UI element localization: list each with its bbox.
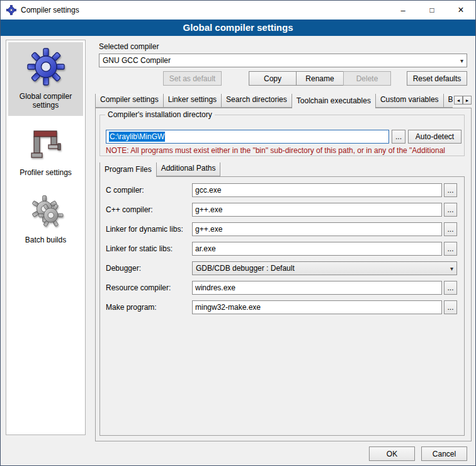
resource-compiler-label: Resource compiler: (106, 283, 171, 292)
resource-compiler-input[interactable] (192, 281, 442, 295)
cpp-compiler-browse-button[interactable]: ... (444, 203, 457, 217)
tab-additional-paths[interactable]: Additional Paths (156, 162, 221, 176)
titlebar: Compiler settings – □ × (1, 1, 475, 20)
tab-scroll-right-icon[interactable]: ► (463, 96, 472, 105)
c-compiler-label: C compiler: (106, 186, 144, 195)
cpp-compiler-label: C++ compiler: (106, 205, 153, 214)
window-controls: – □ × (388, 1, 475, 20)
compiler-settings-dialog: Compiler settings – □ × Global compiler … (0, 0, 476, 466)
installation-directory-groupbox: Compiler's installation directory C:\ray… (99, 115, 465, 156)
linker-dynamic-label: Linker for dynamic libs: (106, 225, 183, 234)
bin-subdirectory-note: NOTE: All programs must exist either in … (106, 146, 463, 155)
selected-compiler-label: Selected compiler (99, 42, 159, 51)
c-compiler-input[interactable] (192, 183, 442, 197)
selected-compiler-dropdown[interactable]: GNU GCC Compiler ▾ (99, 54, 467, 67)
chevron-down-icon: ▾ (446, 265, 453, 272)
tab-linker-settings[interactable]: Linker settings (163, 94, 222, 108)
tab-scroll-left-icon[interactable]: ◄ (454, 96, 463, 105)
debugger-label: Debugger: (106, 264, 141, 273)
tab-compiler-settings[interactable]: Compiler settings (95, 94, 164, 108)
minimize-button[interactable]: – (388, 1, 417, 20)
window-title: Compiler settings (21, 6, 79, 14)
tab-custom-variables[interactable]: Custom variables (375, 94, 444, 108)
tab-search-directories[interactable]: Search directories (221, 94, 292, 108)
auto-detect-button[interactable]: Auto-detect (408, 130, 462, 144)
blue-gear-icon (27, 48, 65, 88)
install-dir-browse-button[interactable]: ... (392, 130, 405, 144)
selected-compiler-value: GNU GCC Compiler (103, 56, 171, 65)
make-program-label: Make program: (106, 303, 157, 312)
set-as-default-button[interactable]: Set as default (163, 71, 222, 86)
dialog-header-title: Global compiler settings (1, 20, 475, 36)
copy-button[interactable]: Copy (249, 71, 297, 86)
ok-button[interactable]: OK (369, 446, 415, 461)
sidebar-item-label: Global compiler settings (9, 92, 82, 110)
make-program-input[interactable] (192, 300, 442, 314)
installation-directory-legend: Compiler's installation directory (105, 110, 215, 119)
debugger-dropdown[interactable]: GDB/CDB debugger : Default ▾ (192, 261, 457, 275)
tab-toolchain-executables[interactable]: Toolchain executables (292, 94, 376, 108)
compiler-tabs: Compiler settings Linker settings Search… (95, 94, 453, 108)
sidebar-item-label: Batch builds (25, 236, 66, 244)
linker-dynamic-browse-button[interactable]: ... (444, 222, 457, 236)
close-button[interactable]: × (446, 1, 475, 20)
tab-program-files[interactable]: Program Files (99, 162, 157, 177)
debugger-value: GDB/CDB debugger : Default (196, 264, 295, 273)
rename-button[interactable]: Rename (296, 71, 344, 86)
profiler-clamp-icon (28, 127, 64, 164)
sidebar-item-profiler-settings[interactable]: Profiler settings (8, 121, 83, 183)
cancel-button[interactable]: Cancel (421, 446, 467, 461)
settings-sidebar: Global compiler settings Profiler settin… (6, 40, 86, 435)
gray-gears-icon (28, 194, 64, 231)
program-files-panel: C compiler: ... C++ compiler: ... Linker… (99, 176, 465, 436)
install-dir-input[interactable]: C:\raylib\MinGW (106, 130, 389, 144)
sidebar-item-label: Profiler settings (20, 168, 72, 177)
linker-dynamic-input[interactable] (192, 222, 442, 236)
install-dir-selected-text: C:\raylib\MinGW (109, 132, 165, 142)
resource-compiler-browse-button[interactable]: ... (444, 281, 457, 295)
delete-button[interactable]: Delete (343, 71, 391, 86)
maximize-button[interactable]: □ (417, 1, 446, 20)
chevron-down-icon: ▾ (456, 57, 463, 64)
program-files-tabs: Program Files Additional Paths (99, 162, 288, 177)
cpp-compiler-input[interactable] (192, 203, 442, 217)
app-gear-icon (6, 5, 16, 15)
tab-build-options[interactable]: Buil (443, 94, 453, 108)
linker-static-label: Linker for static libs: (106, 244, 173, 253)
make-program-browse-button[interactable]: ... (444, 300, 457, 314)
linker-static-input[interactable] (192, 242, 442, 256)
sidebar-item-batch-builds[interactable]: Batch builds (8, 188, 83, 251)
reset-defaults-button[interactable]: Reset defaults (407, 71, 467, 86)
linker-static-browse-button[interactable]: ... (444, 242, 457, 256)
c-compiler-browse-button[interactable]: ... (444, 183, 457, 197)
sidebar-item-global-compiler-settings[interactable]: Global compiler settings (8, 42, 83, 116)
